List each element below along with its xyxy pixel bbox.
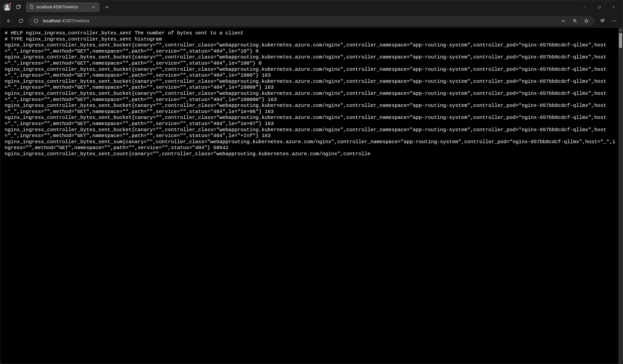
scrollbar-up-arrow-icon[interactable] — [618, 28, 623, 32]
page-content: # HELP nginx_ingress_controller_bytes_se… — [0, 28, 623, 364]
svg-point-13 — [612, 21, 613, 21]
profile-avatar[interactable] — [3, 3, 11, 11]
svg-rect-0 — [17, 6, 20, 9]
zoom-button[interactable] — [570, 16, 580, 26]
refresh-button[interactable] — [16, 16, 26, 26]
address-bar[interactable]: localhost:43307/metrics A — [28, 16, 595, 26]
url-path: :43307/metrics — [61, 19, 89, 23]
browser-tab[interactable]: localhost:43307/metrics — [26, 2, 100, 12]
titlebar: localhost:43307/metrics — [0, 0, 623, 14]
window-minimize-button[interactable] — [578, 2, 592, 12]
svg-line-7 — [576, 21, 577, 22]
browser-window: localhost:43307/metrics — [0, 0, 623, 364]
window-close-button[interactable] — [606, 2, 621, 12]
tab-actions-icon[interactable] — [14, 2, 23, 12]
window-controls — [578, 2, 621, 12]
metrics-text: # HELP nginx_ingress_controller_bytes_se… — [0, 28, 623, 364]
favorites-bar-button[interactable] — [597, 16, 607, 26]
document-icon — [29, 4, 34, 10]
svg-rect-1 — [599, 6, 601, 8]
tab-title: localhost:43307/metrics — [37, 5, 88, 9]
favorite-button[interactable] — [581, 16, 591, 26]
settings-menu-button[interactable] — [609, 16, 619, 26]
url-host: localhost — [43, 19, 61, 23]
url-text: localhost:43307/metrics — [43, 19, 556, 23]
back-button[interactable] — [4, 16, 14, 26]
scrollbar-thumb[interactable] — [619, 33, 622, 48]
svg-point-15 — [616, 21, 616, 21]
read-aloud-button[interactable]: A — [559, 16, 569, 26]
address-actions: A — [559, 16, 591, 26]
new-tab-button[interactable] — [102, 2, 112, 12]
tab-close-button[interactable] — [91, 4, 96, 10]
svg-point-14 — [614, 21, 615, 21]
svg-text:A: A — [562, 20, 564, 22]
toolbar: localhost:43307/metrics A — [0, 14, 623, 28]
scrollbar[interactable] — [618, 28, 623, 364]
profile-notification-dot — [9, 3, 12, 5]
window-maximize-button[interactable] — [592, 2, 606, 12]
site-info-icon[interactable] — [32, 17, 40, 25]
